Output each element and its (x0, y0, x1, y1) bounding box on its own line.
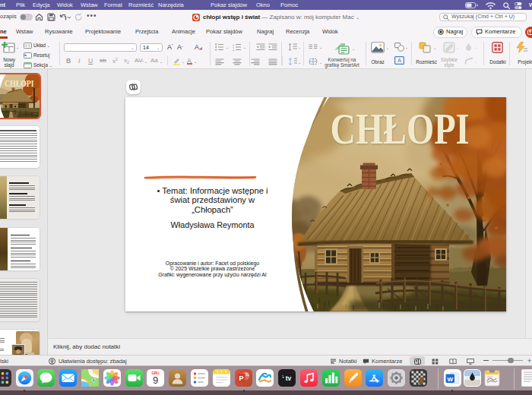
svg-text:W: W (447, 376, 453, 383)
svg-text:P: P (239, 374, 243, 382)
svg-text:tv: tv (286, 374, 292, 382)
svg-text:CHŁOPI: CHŁOPI (330, 106, 469, 153)
svg-text:9: 9 (153, 374, 158, 386)
svg-text:CHŁOPI: CHŁOPI (5, 78, 34, 88)
svg-text:A: A (397, 57, 401, 64)
